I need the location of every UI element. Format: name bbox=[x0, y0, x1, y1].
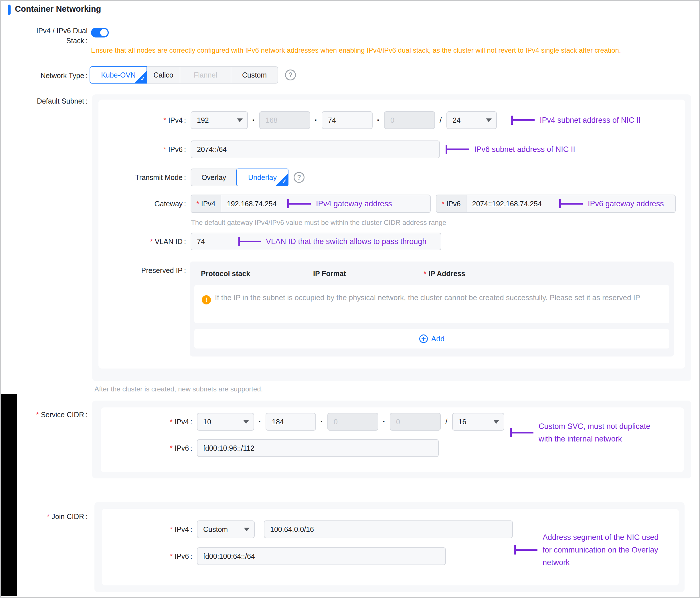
transmit-mode-label: Transmit Mode: bbox=[106, 173, 186, 182]
join-ipv6-label: *IPv6: bbox=[112, 552, 192, 560]
prefix-separator: / bbox=[440, 116, 442, 125]
vlan-annotation: VLAN ID that the switch allows to pass t… bbox=[239, 237, 426, 246]
subnet-footnote: After the cluster is created, new subnet… bbox=[95, 385, 263, 393]
annotation-marker-icon bbox=[514, 545, 538, 554]
dual-stack-warning: Ensure that all nodes are correctly conf… bbox=[91, 46, 621, 54]
subnet-ipv6-annotation: IPv6 subnet address of NIC II bbox=[446, 145, 575, 154]
gateway-ipv6-addon: *IPv6 bbox=[436, 195, 467, 212]
annotation-marker-icon bbox=[446, 145, 469, 154]
tab-kube-ovn[interactable]: Kube-OVN ✓ bbox=[90, 66, 147, 83]
service-ipv6-input[interactable]: fd00:10:96::/112 bbox=[197, 439, 439, 457]
dropdown-arrow-icon bbox=[243, 420, 249, 424]
gateway-hint: The default gateway IPv4/IPv6 value must… bbox=[191, 219, 446, 227]
join-ipv4-input[interactable]: 100.64.0.0/16 bbox=[264, 520, 513, 538]
transmit-mode-help-icon[interactable]: ? bbox=[294, 172, 304, 183]
join-ipv4-label: *IPv4: bbox=[112, 525, 192, 533]
dual-stack-toggle[interactable] bbox=[91, 28, 109, 38]
add-icon bbox=[419, 334, 428, 343]
service-ipv4-octet2-input[interactable]: 184 bbox=[266, 413, 316, 431]
add-button[interactable]: Add bbox=[419, 334, 445, 343]
service-ipv4-label: *IPv4: bbox=[112, 418, 192, 426]
network-type-help-icon[interactable]: ? bbox=[285, 70, 296, 80]
annotation-marker-icon bbox=[511, 116, 534, 125]
redaction-bar bbox=[1, 394, 17, 596]
subnet-ipv4-octet4-input: 0 bbox=[384, 111, 435, 129]
preserved-ip-notice-box: !If the IP in the subnet is occupied by … bbox=[194, 285, 669, 323]
transmit-mode-row: Transmit Mode: Overlay Underlay ✓ ? bbox=[106, 168, 304, 186]
subnet-ipv4-octet1-select[interactable]: 192 bbox=[191, 111, 248, 129]
check-icon: ✓ bbox=[134, 71, 147, 83]
service-cidr-annotation: Custom SVC, must not duplicate with the … bbox=[510, 420, 650, 445]
service-ipv6-label: *IPv6: bbox=[112, 444, 192, 452]
network-type-label: Network Type: bbox=[7, 71, 88, 81]
annotation-marker-icon bbox=[510, 428, 533, 437]
network-type-tabs: Kube-OVN ✓ Calico Flannel Custom bbox=[90, 66, 278, 83]
join-cidr-annotation: Address segment of the NIC used for comm… bbox=[514, 531, 658, 569]
octet-separator: · bbox=[383, 417, 385, 427]
default-subnet-label: Default Subnet: bbox=[7, 96, 88, 106]
prefix-separator: / bbox=[445, 418, 448, 426]
service-ipv4-octet3-input: 0 bbox=[327, 413, 378, 431]
transmit-overlay-button[interactable]: Overlay bbox=[191, 169, 237, 186]
annotation-marker-icon bbox=[559, 199, 583, 208]
dropdown-arrow-icon bbox=[493, 420, 499, 424]
subnet-ipv6-row: *IPv6: 2074::/64 bbox=[106, 140, 440, 158]
octet-separator: · bbox=[320, 417, 323, 427]
dropdown-arrow-icon bbox=[237, 119, 243, 122]
check-icon: ✓ bbox=[276, 174, 288, 186]
join-cidr-label: *Join CIDR: bbox=[7, 512, 88, 522]
join-ipv6-input[interactable]: fd00:100:64::/64 bbox=[197, 547, 446, 565]
annotation-marker-icon bbox=[287, 199, 311, 208]
join-ipv4-row: *IPv4: Custom 100.64.0.0/16 bbox=[112, 520, 513, 539]
dropdown-arrow-icon bbox=[486, 119, 492, 122]
preserved-ip-notice: !If the IP in the subnet is occupied by … bbox=[194, 285, 669, 311]
subnet-ipv6-label: *IPv6: bbox=[106, 145, 186, 154]
dropdown-arrow-icon bbox=[244, 528, 250, 531]
subnet-ipv4-row: *IPv4: 192 · 168 · 74 · 0 / 24 bbox=[106, 111, 497, 129]
join-ipv6-row: *IPv6: fd00:100:64::/64 bbox=[112, 547, 446, 565]
container-networking-form: Container Networking IPv4 / IPv6 Dual St… bbox=[0, 0, 700, 598]
vlan-label: *VLAN ID: bbox=[106, 238, 186, 246]
preserved-col-protocol: Protocol stack bbox=[201, 270, 250, 278]
subnet-ipv4-octet2-input: 168 bbox=[259, 111, 310, 129]
subnet-ipv4-annotation: IPv4 subnet address of NIC II bbox=[511, 116, 641, 125]
octet-separator: · bbox=[377, 115, 380, 125]
gateway-ipv6-annotation: IPv6 gateway address bbox=[559, 199, 664, 208]
section-accent-bar bbox=[8, 5, 10, 15]
gateway-ipv6-input[interactable]: 2074::192.168.74.254 bbox=[467, 195, 547, 212]
service-ipv4-row: *IPv4: 10 · 184 · 0 · 0 / 16 bbox=[112, 413, 504, 431]
annotation-marker-icon bbox=[239, 237, 261, 246]
tab-custom[interactable]: Custom bbox=[231, 66, 278, 83]
subnet-ipv6-input[interactable]: 2074::/64 bbox=[191, 141, 440, 158]
tab-flannel: Flannel bbox=[180, 66, 231, 83]
join-ipv4-mode-select[interactable]: Custom bbox=[197, 520, 255, 538]
octet-separator: · bbox=[252, 115, 255, 125]
tab-calico[interactable]: Calico bbox=[147, 66, 180, 83]
transmit-mode-switch: Overlay Underlay ✓ bbox=[191, 169, 289, 186]
gateway-ipv4-addon: *IPv4 bbox=[191, 195, 221, 212]
preserved-col-format: IP Format bbox=[313, 270, 346, 278]
subnet-ipv4-label: *IPv4: bbox=[106, 116, 186, 124]
gateway-ipv4-input[interactable]: 192.168.74.254 bbox=[221, 195, 282, 212]
warning-icon: ! bbox=[202, 295, 211, 304]
octet-separator: · bbox=[315, 115, 317, 125]
service-ipv4-octet1-select[interactable]: 10 bbox=[197, 413, 254, 431]
transmit-underlay-button[interactable]: Underlay ✓ bbox=[236, 169, 289, 186]
service-ipv4-prefix-select[interactable]: 16 bbox=[452, 413, 504, 431]
preserved-ip-add-row: Add bbox=[194, 329, 669, 349]
preserved-ip-label: Preserved IP: bbox=[106, 266, 186, 276]
gateway-ipv4-annotation: IPv4 gateway address bbox=[287, 199, 392, 208]
service-ipv6-row: *IPv6: fd00:10:96::/112 bbox=[112, 439, 439, 457]
preserved-col-address: *IP Address bbox=[424, 270, 465, 278]
service-cidr-label: *Service CIDR: bbox=[7, 410, 88, 420]
subnet-ipv4-prefix-select[interactable]: 24 bbox=[446, 111, 497, 129]
subnet-ipv4-octet3-input[interactable]: 74 bbox=[322, 111, 373, 129]
octet-separator: · bbox=[258, 417, 261, 427]
service-ipv4-octet4-input: 0 bbox=[390, 413, 441, 431]
gateway-label: Gateway: bbox=[106, 200, 186, 208]
page-title: Container Networking bbox=[15, 4, 101, 14]
dual-stack-label: IPv4 / IPv6 Dual Stack: bbox=[7, 26, 88, 46]
